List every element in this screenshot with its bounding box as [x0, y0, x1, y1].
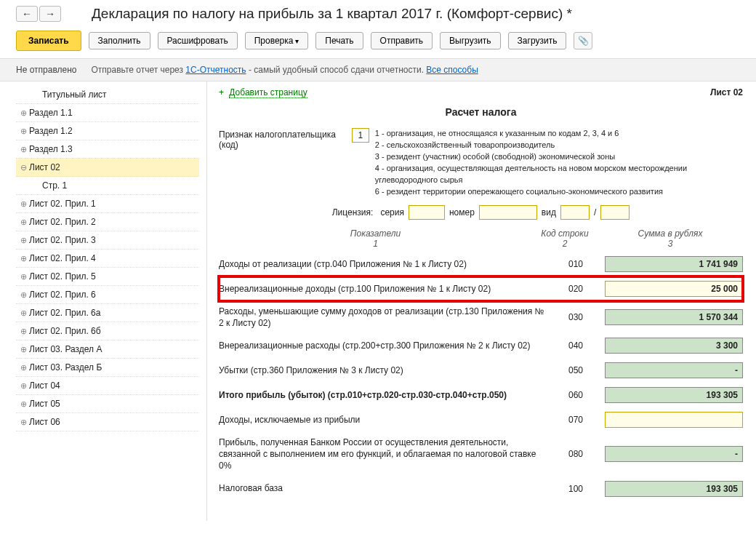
sidebar-item-label: Лист 03. Раздел А [29, 344, 102, 354]
row-code: 060 [554, 390, 598, 400]
add-page-link[interactable]: + Добавить страницу [219, 87, 307, 97]
sidebar-item[interactable]: ⊕Лист 06 [16, 413, 199, 431]
row-description: Итого прибыль (убыток) (стр.010+стр.020-… [219, 389, 554, 401]
sidebar-item[interactable]: ⊕Лист 02. Прил. 6б [16, 322, 199, 340]
sidebar-item[interactable]: ⊕Раздел 1.3 [16, 140, 199, 159]
nav-forward-button[interactable]: → [39, 6, 61, 22]
sidebar-item[interactable]: ⊕Лист 05 [16, 395, 199, 413]
table-row: Убытки (стр.360 Приложения № 3 к Листу 0… [219, 358, 743, 383]
sidebar-item[interactable]: ⊕Лист 02. Прил. 2 [16, 213, 199, 231]
paperclip-icon: 📎 [578, 36, 589, 46]
license-extra-input[interactable] [600, 205, 630, 220]
expand-icon[interactable]: ⊕ [17, 254, 29, 263]
license-number-input[interactable] [479, 205, 537, 220]
check-button[interactable]: Проверка [245, 32, 309, 49]
row-sum-input[interactable]: 1 570 344 [605, 309, 743, 325]
taxpayer-code-input[interactable]: 1 [352, 128, 369, 143]
expand-icon[interactable]: ⊕ [17, 418, 29, 427]
row-code: 010 [554, 259, 598, 269]
sidebar-item-label: Раздел 1.1 [29, 108, 73, 118]
attach-button[interactable]: 📎 [574, 32, 592, 49]
expand-icon[interactable]: ⊖ [17, 163, 29, 172]
expand-icon[interactable]: ⊕ [17, 345, 29, 354]
sidebar-item-label: Лист 04 [29, 380, 60, 391]
sidebar-item[interactable]: Титульный лист [16, 86, 199, 104]
row-description: Доходы от реализации (стр.040 Приложения… [219, 258, 554, 270]
expand-icon[interactable]: ⊕ [17, 399, 29, 409]
row-description: Внереализационные расходы (стр.200+стр.3… [219, 340, 554, 351]
row-sum-input[interactable]: 25 000 [605, 281, 743, 297]
print-button[interactable]: Печать [315, 32, 363, 49]
fill-button[interactable]: Заполнить [89, 32, 150, 49]
sidebar: Титульный лист⊕Раздел 1.1⊕Раздел 1.2⊕Раз… [0, 81, 207, 521]
col-1-num: 1 [373, 239, 378, 249]
row-description: Прибыль, полученная Банком России от осу… [219, 437, 554, 472]
expand-icon[interactable]: ⊕ [17, 145, 29, 154]
decode-button[interactable]: Расшифровать [158, 32, 238, 49]
reporting-service-link[interactable]: 1С-Отчетность [185, 65, 246, 75]
taxpayer-label: Признак налогоплательщика (код) [219, 128, 346, 150]
nav-back-button[interactable]: ← [16, 6, 38, 22]
expand-icon[interactable]: ⊕ [17, 381, 29, 391]
sidebar-item[interactable]: ⊕Лист 04 [16, 377, 199, 395]
license-series-label: серия [380, 207, 404, 218]
sidebar-item[interactable]: ⊕Лист 03. Раздел А [16, 340, 199, 359]
row-code: 030 [554, 312, 598, 322]
row-description: Доходы, исключаемые из прибыли [219, 414, 554, 426]
expand-icon[interactable]: ⊕ [17, 363, 29, 372]
send-button[interactable]: Отправить [371, 32, 433, 49]
row-sum-input[interactable]: 193 305 [605, 481, 743, 497]
row-sum-input[interactable] [605, 412, 743, 428]
taxpayer-code-line: 1 - организация, не относящаяся к указан… [375, 128, 743, 140]
expand-icon[interactable]: ⊕ [17, 327, 29, 336]
row-code: 080 [554, 449, 598, 459]
row-sum-input[interactable]: 1 741 949 [605, 256, 743, 272]
export-button[interactable]: Выгрузить [440, 32, 501, 49]
row-sum-input[interactable]: - [605, 446, 743, 462]
expand-icon[interactable]: ⊕ [17, 308, 29, 318]
sheet-label: Лист 02 [710, 87, 743, 97]
table-row: Доходы от реализации (стр.040 Приложения… [219, 252, 743, 276]
sidebar-item[interactable]: ⊕Лист 02. Прил. 1 [16, 195, 199, 213]
expand-icon[interactable]: ⊕ [17, 127, 29, 136]
row-code: 070 [554, 415, 598, 425]
row-sum-input[interactable]: 193 305 [605, 387, 743, 403]
license-kind-input[interactable] [560, 205, 590, 220]
sidebar-item[interactable]: ⊖Лист 02 [16, 159, 199, 177]
row-sum-input[interactable]: 3 300 [605, 338, 743, 354]
license-kind-label: вид [542, 207, 556, 218]
expand-icon[interactable]: ⊕ [17, 290, 29, 300]
import-button[interactable]: Загрузить [508, 32, 567, 49]
expand-icon[interactable]: ⊕ [17, 272, 29, 282]
sidebar-item[interactable]: ⊕Лист 02. Прил. 3 [16, 231, 199, 250]
all-ways-link[interactable]: Все способы [426, 65, 478, 75]
taxpayer-codes-description: 1 - организация, не относящаяся к указан… [375, 128, 743, 198]
row-code: 050 [554, 365, 598, 375]
sidebar-item-label: Лист 06 [29, 417, 60, 427]
row-sum-input[interactable]: - [605, 362, 743, 378]
sidebar-item-label: Лист 02. Прил. 3 [29, 235, 96, 245]
license-series-input[interactable] [409, 205, 445, 220]
sidebar-item-label: Раздел 1.3 [29, 144, 73, 154]
sidebar-item-label: Титульный лист [42, 89, 107, 100]
expand-icon[interactable]: ⊕ [17, 108, 29, 118]
sidebar-item[interactable]: ⊕Лист 02. Прил. 4 [16, 250, 199, 268]
sidebar-item-label: Лист 02 [29, 162, 60, 172]
expand-icon[interactable]: ⊕ [17, 199, 29, 209]
sidebar-item[interactable]: Стр. 1 [16, 177, 199, 195]
sidebar-item[interactable]: ⊕Лист 02. Прил. 6 [16, 286, 199, 304]
sidebar-item-label: Лист 02. Прил. 2 [29, 217, 96, 227]
sidebar-item[interactable]: ⊕Лист 02. Прил. 5 [16, 268, 199, 286]
sidebar-item[interactable]: ⊕Лист 02. Прил. 6а [16, 304, 199, 322]
sidebar-item[interactable]: ⊕Лист 03. Раздел Б [16, 359, 199, 377]
expand-icon[interactable]: ⊕ [17, 236, 29, 245]
sidebar-item[interactable]: ⊕Раздел 1.2 [16, 122, 199, 140]
taxpayer-code-line: 4 - организация, осуществляющая деятельн… [375, 163, 743, 186]
sidebar-item-label: Лист 02. Прил. 6а [29, 308, 100, 318]
sidebar-item[interactable]: ⊕Раздел 1.1 [16, 104, 199, 122]
save-button[interactable]: Записать [16, 31, 81, 51]
expand-icon[interactable]: ⊕ [17, 218, 29, 227]
sidebar-item-label: Лист 02. Прил. 6 [29, 290, 96, 300]
table-row: Итого прибыль (убыток) (стр.010+стр.020-… [219, 383, 743, 407]
status-state: Не отправлено [16, 65, 77, 75]
